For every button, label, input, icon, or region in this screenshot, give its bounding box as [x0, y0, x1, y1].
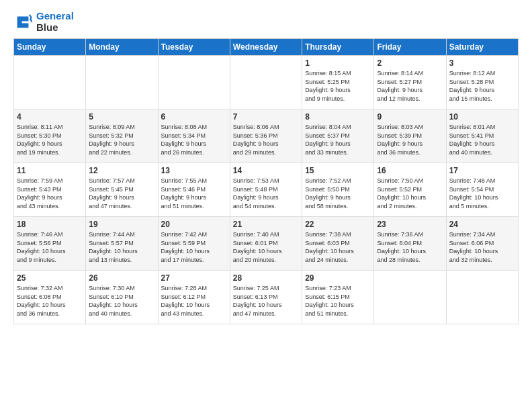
day-info: Sunrise: 8:15 AM Sunset: 5:25 PM Dayligh… [305, 69, 371, 103]
day-number: 4 [17, 112, 83, 122]
day-info: Sunrise: 8:01 AM Sunset: 5:41 PM Dayligh… [449, 123, 515, 156]
calendar-cell: 2Sunrise: 8:14 AM Sunset: 5:27 PM Daylig… [374, 56, 446, 109]
calendar-header-row: SundayMondayTuesdayWednesdayThursdayFrid… [14, 39, 519, 56]
calendar-week-1: 4Sunrise: 8:11 AM Sunset: 5:30 PM Daylig… [14, 109, 519, 163]
day-info: Sunrise: 7:40 AM Sunset: 6:01 PM Dayligh… [233, 230, 299, 264]
day-info: Sunrise: 8:09 AM Sunset: 5:32 PM Dayligh… [89, 123, 154, 156]
day-info: Sunrise: 7:55 AM Sunset: 5:46 PM Dayligh… [161, 177, 227, 210]
calendar-cell: 16Sunrise: 7:50 AM Sunset: 5:52 PM Dayli… [374, 163, 446, 217]
day-info: Sunrise: 7:59 AM Sunset: 5:43 PM Dayligh… [17, 177, 83, 210]
calendar-cell: 22Sunrise: 7:38 AM Sunset: 6:03 PM Dayli… [302, 217, 374, 271]
header: General Blue [13, 11, 519, 33]
calendar-cell: 9Sunrise: 8:03 AM Sunset: 5:39 PM Daylig… [374, 109, 446, 163]
day-number: 15 [305, 166, 371, 175]
day-info: Sunrise: 8:12 AM Sunset: 5:28 PM Dayligh… [449, 69, 515, 103]
logo-icon [13, 13, 32, 32]
calendar-cell: 25Sunrise: 7:32 AM Sunset: 6:08 PM Dayli… [14, 271, 86, 324]
day-number: 8 [305, 112, 371, 122]
day-info: Sunrise: 7:25 AM Sunset: 6:13 PM Dayligh… [233, 284, 299, 318]
logo: General Blue [13, 11, 74, 33]
day-number: 7 [233, 112, 299, 122]
day-info: Sunrise: 8:04 AM Sunset: 5:37 PM Dayligh… [305, 123, 371, 156]
calendar-cell: 8Sunrise: 8:04 AM Sunset: 5:37 PM Daylig… [302, 109, 374, 163]
day-number: 26 [89, 273, 154, 283]
calendar-cell: 26Sunrise: 7:30 AM Sunset: 6:10 PM Dayli… [86, 271, 158, 324]
calendar-cell [86, 56, 158, 109]
day-number: 1 [305, 58, 371, 68]
day-number: 18 [17, 220, 83, 229]
calendar-week-2: 11Sunrise: 7:59 AM Sunset: 5:43 PM Dayli… [14, 163, 519, 217]
calendar-table: SundayMondayTuesdayWednesdayThursdayFrid… [13, 38, 519, 324]
day-info: Sunrise: 7:28 AM Sunset: 6:12 PM Dayligh… [161, 284, 227, 318]
day-info: Sunrise: 7:44 AM Sunset: 5:57 PM Dayligh… [89, 230, 154, 264]
calendar-week-3: 18Sunrise: 7:46 AM Sunset: 5:56 PM Dayli… [14, 217, 519, 271]
day-number: 20 [161, 220, 227, 229]
day-number: 17 [449, 166, 515, 175]
day-info: Sunrise: 8:06 AM Sunset: 5:36 PM Dayligh… [233, 123, 299, 156]
day-number: 6 [161, 112, 227, 122]
calendar-cell: 7Sunrise: 8:06 AM Sunset: 5:36 PM Daylig… [230, 109, 302, 163]
calendar-cell: 10Sunrise: 8:01 AM Sunset: 5:41 PM Dayli… [446, 109, 518, 163]
day-number: 27 [161, 273, 227, 283]
day-info: Sunrise: 8:03 AM Sunset: 5:39 PM Dayligh… [377, 123, 443, 156]
calendar-cell: 24Sunrise: 7:34 AM Sunset: 6:06 PM Dayli… [446, 217, 518, 271]
calendar-cell: 29Sunrise: 7:23 AM Sunset: 6:15 PM Dayli… [302, 271, 374, 324]
weekday-header-sunday: Sunday [14, 39, 86, 56]
day-info: Sunrise: 7:42 AM Sunset: 5:59 PM Dayligh… [161, 230, 227, 264]
calendar-cell [446, 271, 518, 324]
calendar-cell: 15Sunrise: 7:52 AM Sunset: 5:50 PM Dayli… [302, 163, 374, 217]
day-number: 10 [449, 112, 515, 122]
day-number: 24 [449, 220, 515, 229]
day-number: 9 [377, 112, 443, 122]
calendar-cell: 3Sunrise: 8:12 AM Sunset: 5:28 PM Daylig… [446, 56, 518, 109]
calendar-cell [230, 56, 302, 109]
day-info: Sunrise: 7:32 AM Sunset: 6:08 PM Dayligh… [17, 284, 83, 318]
calendar-cell: 17Sunrise: 7:48 AM Sunset: 5:54 PM Dayli… [446, 163, 518, 217]
calendar-cell: 23Sunrise: 7:36 AM Sunset: 6:04 PM Dayli… [374, 217, 446, 271]
day-number: 11 [17, 166, 83, 175]
calendar-cell: 27Sunrise: 7:28 AM Sunset: 6:12 PM Dayli… [158, 271, 230, 324]
day-info: Sunrise: 7:23 AM Sunset: 6:15 PM Dayligh… [305, 284, 371, 318]
calendar-cell: 20Sunrise: 7:42 AM Sunset: 5:59 PM Dayli… [158, 217, 230, 271]
day-number: 5 [89, 112, 154, 122]
calendar-cell: 6Sunrise: 8:08 AM Sunset: 5:34 PM Daylig… [158, 109, 230, 163]
calendar-cell: 11Sunrise: 7:59 AM Sunset: 5:43 PM Dayli… [14, 163, 86, 217]
day-info: Sunrise: 7:34 AM Sunset: 6:06 PM Dayligh… [449, 230, 515, 264]
day-number: 29 [305, 273, 371, 283]
calendar-cell [14, 56, 86, 109]
day-number: 23 [377, 220, 443, 229]
day-number: 12 [89, 166, 154, 175]
calendar-cell: 13Sunrise: 7:55 AM Sunset: 5:46 PM Dayli… [158, 163, 230, 217]
day-number: 3 [449, 58, 515, 68]
day-info: Sunrise: 7:30 AM Sunset: 6:10 PM Dayligh… [89, 284, 154, 318]
logo-text: General Blue [36, 11, 74, 33]
calendar-cell: 4Sunrise: 8:11 AM Sunset: 5:30 PM Daylig… [14, 109, 86, 163]
weekday-header-wednesday: Wednesday [230, 39, 302, 56]
day-number: 21 [233, 220, 299, 229]
day-number: 28 [233, 273, 299, 283]
calendar-cell: 21Sunrise: 7:40 AM Sunset: 6:01 PM Dayli… [230, 217, 302, 271]
day-number: 2 [377, 58, 443, 68]
day-number: 16 [377, 166, 443, 175]
day-number: 25 [17, 273, 83, 283]
day-info: Sunrise: 7:50 AM Sunset: 5:52 PM Dayligh… [377, 177, 443, 210]
weekday-header-monday: Monday [86, 39, 158, 56]
day-info: Sunrise: 7:57 AM Sunset: 5:45 PM Dayligh… [89, 177, 154, 210]
calendar-cell: 5Sunrise: 8:09 AM Sunset: 5:32 PM Daylig… [86, 109, 158, 163]
calendar-cell: 19Sunrise: 7:44 AM Sunset: 5:57 PM Dayli… [86, 217, 158, 271]
day-number: 13 [161, 166, 227, 175]
day-info: Sunrise: 8:11 AM Sunset: 5:30 PM Dayligh… [17, 123, 83, 156]
calendar-cell: 14Sunrise: 7:53 AM Sunset: 5:48 PM Dayli… [230, 163, 302, 217]
day-info: Sunrise: 8:14 AM Sunset: 5:27 PM Dayligh… [377, 69, 443, 103]
day-info: Sunrise: 7:53 AM Sunset: 5:48 PM Dayligh… [233, 177, 299, 210]
calendar-cell: 28Sunrise: 7:25 AM Sunset: 6:13 PM Dayli… [230, 271, 302, 324]
day-info: Sunrise: 7:38 AM Sunset: 6:03 PM Dayligh… [305, 230, 371, 264]
weekday-header-friday: Friday [374, 39, 446, 56]
day-info: Sunrise: 7:48 AM Sunset: 5:54 PM Dayligh… [449, 177, 515, 210]
calendar-cell: 18Sunrise: 7:46 AM Sunset: 5:56 PM Dayli… [14, 217, 86, 271]
day-number: 14 [233, 166, 299, 175]
weekday-header-saturday: Saturday [446, 39, 518, 56]
day-info: Sunrise: 7:46 AM Sunset: 5:56 PM Dayligh… [17, 230, 83, 264]
calendar-cell: 1Sunrise: 8:15 AM Sunset: 5:25 PM Daylig… [302, 56, 374, 109]
calendar-cell [158, 56, 230, 109]
